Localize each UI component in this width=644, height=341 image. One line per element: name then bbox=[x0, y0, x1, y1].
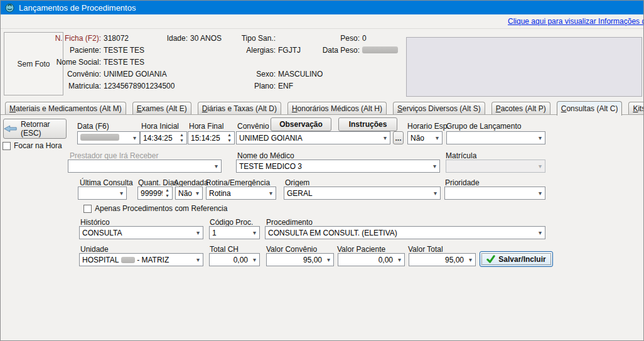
chevron-down-icon[interactable]: ▾ bbox=[130, 132, 139, 144]
ellipsis-button[interactable]: ... bbox=[393, 131, 404, 144]
idade-row: Idade: 30 ANOS bbox=[161, 34, 222, 43]
data-peso-label: Data Peso: bbox=[316, 46, 360, 55]
grupo-lancamento-label: Grupo de Lançamento bbox=[446, 122, 521, 131]
chevron-down-icon[interactable]: ▾ bbox=[430, 160, 439, 172]
chevron-down-icon[interactable]: ▾ bbox=[431, 187, 440, 199]
retornar-button[interactable]: Retornar (ESC) bbox=[3, 119, 67, 139]
origem-combo[interactable]: GERAL ▾ bbox=[284, 187, 441, 200]
chevron-down-icon[interactable]: ▾ bbox=[432, 132, 442, 144]
observacao-button[interactable]: Observação bbox=[271, 117, 331, 131]
salvar-incluir-label: Salvar/Incluir bbox=[498, 255, 545, 264]
patient-convenio-value: UNIMED GOIANIA bbox=[104, 70, 167, 78]
spin-down-icon[interactable]: ▾ bbox=[228, 138, 230, 144]
peso-value: 0 bbox=[362, 34, 367, 43]
tab-label: Materiais e Medicamentos (Alt M) bbox=[9, 104, 122, 113]
ficha-value: 318072 bbox=[104, 34, 129, 43]
chevron-down-icon[interactable]: ▾ bbox=[466, 254, 475, 266]
historico-label: Histórico bbox=[80, 218, 110, 227]
ultima-consulta-combo[interactable]: ▾ bbox=[78, 187, 127, 200]
checkbox-box[interactable] bbox=[83, 205, 92, 213]
nome-medico-combo[interactable]: TESTE MEDICO 3 ▾ bbox=[236, 160, 440, 173]
convenio-combo[interactable]: UNIMED GOIANIA ▾ bbox=[236, 131, 390, 144]
chevron-down-icon[interactable]: ▾ bbox=[535, 132, 545, 144]
chevron-down-icon[interactable]: ▾ bbox=[380, 132, 390, 144]
spin-down-icon[interactable]: ▾ bbox=[180, 138, 183, 144]
prestador-combo[interactable]: ▾ bbox=[68, 160, 222, 173]
data-f6-combo[interactable]: ▾ bbox=[77, 131, 140, 144]
rotina-emergencia-value: Rotina bbox=[209, 189, 266, 198]
sexo-label: Sexo: bbox=[232, 70, 276, 78]
total-ch-field[interactable]: 0,00 ▾ bbox=[209, 253, 260, 266]
focar-na-hora-label: Focar na Hora bbox=[14, 141, 62, 150]
convenio-value: UNIMED GOIANIA bbox=[239, 134, 380, 143]
valor-total-field[interactable]: 95,00 ▾ bbox=[409, 253, 476, 266]
procedures-window: Lançamentos de Procedimentos Clique aqui… bbox=[0, 0, 644, 341]
checkbox-box[interactable] bbox=[3, 142, 11, 150]
tab-diarias-e-taxas[interactable]: Diárias e Taxas (Alt D) bbox=[198, 102, 281, 114]
hora-final-spinner[interactable]: 15:14:25 ▴▾ bbox=[188, 131, 235, 144]
codigo-proc-combo[interactable]: 1 ▾ bbox=[209, 226, 260, 239]
horario-esp-combo[interactable]: Não ▾ bbox=[407, 131, 443, 144]
apenas-referencia-checkbox[interactable]: Apenas Procedimentos com Referencia bbox=[83, 204, 227, 213]
ficha-row: N. Ficha (F2): 318072 bbox=[38, 34, 129, 43]
chevron-down-icon[interactable]: ▾ bbox=[250, 227, 259, 239]
instrucoes-button[interactable]: Instruções bbox=[338, 117, 397, 131]
check-icon bbox=[486, 255, 495, 263]
chevron-down-icon[interactable]: ▾ bbox=[535, 227, 545, 239]
paciente-row: Paciente: TESTE TES bbox=[38, 46, 144, 55]
grupo-lancamento-combo[interactable]: ▾ bbox=[446, 131, 545, 144]
agendada-label: Agendada bbox=[174, 178, 208, 187]
procedimento-value: CONSULTA EM CONSULT. (ELETIVA) bbox=[268, 229, 535, 237]
arrow-left-icon bbox=[4, 124, 17, 133]
patient-info-link[interactable]: Clique aqui para visualizar Informações … bbox=[508, 17, 643, 27]
total-ch-value: 0,00 bbox=[212, 256, 250, 264]
observacao-label: Observação bbox=[279, 120, 323, 129]
rotina-emergencia-combo[interactable]: Rotina ▾ bbox=[206, 187, 276, 200]
tab-servicos-diversos[interactable]: Serviços Diversos (Alt S) bbox=[393, 102, 485, 114]
chevron-down-icon[interactable]: ▾ bbox=[193, 187, 202, 199]
chevron-down-icon[interactable]: ▾ bbox=[250, 254, 259, 266]
chevron-down-icon[interactable]: ▾ bbox=[193, 227, 203, 239]
chevron-down-icon[interactable]: ▾ bbox=[117, 187, 126, 199]
unidade-combo[interactable]: HOSPITAL - MATRIZ ▾ bbox=[79, 253, 203, 266]
hora-final-value: 15:14:25 bbox=[191, 134, 225, 143]
chevron-down-icon[interactable]: ▾ bbox=[395, 254, 404, 266]
agendada-combo[interactable]: Não ▾ bbox=[175, 187, 203, 200]
sexo-row: Sexo: MASCULINO bbox=[232, 70, 323, 78]
matricula-row: Matricula: 12345678901234500 bbox=[38, 82, 174, 90]
tab-honorarios-medicos[interactable]: Honorários Médicos (Alt H) bbox=[287, 102, 387, 114]
tab-kits[interactable]: Kits (Alt K) bbox=[628, 102, 644, 114]
historico-combo[interactable]: CONSULTA ▾ bbox=[79, 226, 203, 239]
tab-exames[interactable]: Exames (Alt E) bbox=[132, 102, 191, 114]
tab-label: Exames (Alt E) bbox=[137, 104, 187, 113]
spin-down-icon[interactable]: ▾ bbox=[166, 193, 168, 199]
app-icon bbox=[5, 3, 14, 13]
prioridade-combo[interactable]: ▾ bbox=[444, 187, 545, 200]
origem-label: Origem bbox=[285, 178, 309, 187]
valor-paciente-field[interactable]: 0,00 ▾ bbox=[338, 253, 405, 266]
chevron-down-icon[interactable]: ▾ bbox=[266, 187, 276, 199]
convenio-row: Convênio: UNIMED GOIANIA bbox=[38, 70, 167, 78]
data-peso-row: Data Peso: bbox=[316, 46, 398, 55]
agendada-value: Não bbox=[178, 189, 193, 198]
hora-inicial-spinner[interactable]: 14:34:25 ▴▾ bbox=[140, 131, 187, 144]
nome-medico-value: TESTE MEDICO 3 bbox=[239, 162, 430, 171]
tab-pacotes[interactable]: Pacotes (Alt P) bbox=[491, 102, 550, 114]
chevron-down-icon: ▾ bbox=[535, 160, 545, 172]
tab-consultas[interactable]: Consultas (Alt C) bbox=[557, 101, 623, 116]
paciente-value: TESTE TES bbox=[104, 46, 144, 55]
tab-materiais-e-medicamentos[interactable]: Materiais e Medicamentos (Alt M) bbox=[5, 102, 126, 114]
chevron-down-icon[interactable]: ▾ bbox=[193, 254, 203, 266]
quant-dias-spinner[interactable]: 999999 ▴▾ bbox=[137, 187, 173, 200]
chevron-down-icon[interactable]: ▾ bbox=[324, 254, 333, 266]
chevron-down-icon[interactable]: ▾ bbox=[535, 187, 545, 199]
focar-na-hora-checkbox[interactable]: Focar na Hora bbox=[3, 141, 62, 150]
procedimento-combo[interactable]: CONSULTA EM CONSULT. (ELETIVA) ▾ bbox=[265, 226, 545, 239]
data-f6-label: Data (F6) bbox=[77, 122, 109, 131]
salvar-incluir-button[interactable]: Salvar/Incluir bbox=[480, 251, 553, 267]
chevron-down-icon[interactable]: ▾ bbox=[212, 160, 221, 172]
valor-convenio-field[interactable]: 95,00 ▾ bbox=[266, 253, 334, 266]
unidade-label: Unidade bbox=[80, 245, 109, 254]
tipo-san-label: Tipo San.: bbox=[232, 34, 276, 43]
plano-value: ENF bbox=[278, 82, 293, 90]
